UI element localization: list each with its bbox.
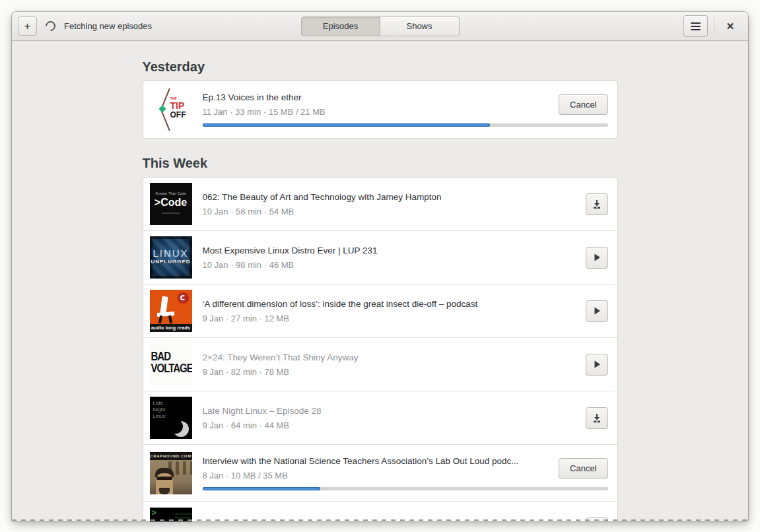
episode-row[interactable]: BADVOLTAGE 2×24: They Weren’t That Shiny… bbox=[143, 338, 617, 391]
episode-list: Greater Than Code>Code 062: The Beauty o… bbox=[143, 177, 618, 521]
chair-leg bbox=[168, 316, 172, 324]
add-podcast-button[interactable]: + bbox=[18, 17, 37, 36]
show-artwork-craphound: CRAPHOUND.COM bbox=[150, 452, 192, 494]
episode-row[interactable]: >JB Bot or Not bbox=[143, 502, 617, 521]
desktop: { "icons": { "plus": "+", "close": "✕" }… bbox=[0, 0, 760, 532]
headerbar-left: + Fetching new episodes bbox=[12, 17, 152, 36]
header-separator bbox=[714, 18, 714, 34]
bv-line: VOLTAGE bbox=[151, 362, 192, 374]
gtc-caption: Greater Than Code bbox=[150, 191, 192, 195]
bad-voltage-text: BADVOLTAGE bbox=[151, 350, 192, 374]
play-button[interactable] bbox=[586, 247, 608, 269]
episode-texts: Ep.13 Voices in the ether 11 Jan · 33 mi… bbox=[203, 92, 551, 117]
episode-row[interactable]: audio long reads ‘A different dimension … bbox=[143, 284, 617, 338]
episode-texts: 062: The Beauty of Art and Technology wi… bbox=[203, 192, 578, 216]
episode-title: 2×24: They Weren’t That Shiny Anyway bbox=[203, 352, 578, 362]
episode-body: Most Expensive Linux Distro Ever | LUP 2… bbox=[203, 246, 608, 270]
view-switcher: Episodes Shows bbox=[301, 17, 460, 36]
episode-row[interactable]: LINUXUNPLUGGED Most Expensive Linux Dist… bbox=[143, 231, 617, 284]
cancel-download-button[interactable]: Cancel bbox=[559, 458, 607, 479]
close-window-button[interactable]: ✕ bbox=[720, 17, 740, 36]
download-button[interactable] bbox=[586, 193, 608, 215]
person-beard bbox=[159, 488, 170, 494]
download-icon bbox=[592, 199, 602, 209]
tipoff-diamond bbox=[158, 105, 166, 112]
download-progress-fill bbox=[203, 487, 320, 490]
headerbar: + Fetching new episodes Episodes Shows ✕ bbox=[12, 12, 748, 41]
play-icon bbox=[592, 359, 602, 370]
show-artwork-alr: audio long reads bbox=[150, 290, 192, 332]
section-title: This Week bbox=[143, 156, 618, 171]
episode-toprow: Interview with the National Science Teac… bbox=[203, 456, 608, 481]
play-button[interactable] bbox=[586, 354, 608, 376]
show-artwork-bv: BADVOLTAGE bbox=[150, 343, 192, 385]
episode-list-area: Yesterday THETIPOFF Ep.13 Voices in the … bbox=[143, 41, 618, 521]
play-button[interactable] bbox=[586, 300, 608, 322]
loading-spinner-icon bbox=[44, 19, 57, 33]
headerbar-right: ✕ bbox=[683, 15, 748, 37]
show-artwork-lup: LINUXUNPLUGGED bbox=[150, 236, 192, 279]
episode-row[interactable]: THETIPOFF Ep.13 Voices in the ether 11 J… bbox=[143, 81, 617, 138]
episode-body: 062: The Beauty of Art and Technology wi… bbox=[203, 192, 608, 216]
crescent-moon-mask bbox=[168, 419, 183, 434]
alr-banner-text: audio long reads bbox=[150, 324, 192, 332]
play-icon bbox=[592, 306, 602, 316]
scroll-undershoot-indicator bbox=[12, 519, 748, 521]
gtc-logo-text: >Code bbox=[150, 197, 192, 209]
episode-title: Interview with the National Science Teac… bbox=[203, 456, 551, 466]
episode-meta: 10 Jan · 98 min · 46 MB bbox=[203, 260, 578, 270]
lnl-line: Night bbox=[153, 407, 166, 413]
episode-meta: 10 Jan · 58 min · 54 MB bbox=[203, 207, 578, 216]
gtc-subline bbox=[162, 213, 180, 214]
episode-toprow: ‘A different dimension of loss’: inside … bbox=[203, 299, 608, 323]
episode-toprow: 062: The Beauty of Art and Technology wi… bbox=[203, 192, 608, 216]
episode-texts: ‘A different dimension of loss’: inside … bbox=[203, 299, 578, 323]
show-artwork-tipoff: THETIPOFF bbox=[150, 88, 192, 131]
episode-texts: Interview with the National Science Teac… bbox=[203, 456, 551, 481]
person-glasses bbox=[156, 477, 172, 480]
section-title: Yesterday bbox=[143, 59, 618, 75]
lnl-line: Late bbox=[153, 400, 166, 407]
episode-row[interactable]: LateNightLinux Late Night Linux – Episod… bbox=[143, 391, 617, 445]
tab-episodes[interactable]: Episodes bbox=[301, 17, 380, 36]
tab-shows[interactable]: Shows bbox=[380, 17, 460, 36]
episode-texts: Most Expensive Linux Distro Ever | LUP 2… bbox=[203, 246, 578, 270]
episode-texts: Late Night Linux – Episode 28 9 Jan · 64… bbox=[203, 406, 578, 430]
episode-texts: 2×24: They Weren’t That Shiny Anyway 9 J… bbox=[203, 352, 578, 377]
episode-meta: 9 Jan · 27 min · 12 MB bbox=[203, 314, 578, 323]
download-button[interactable] bbox=[586, 407, 608, 429]
episode-section: Yesterday THETIPOFF Ep.13 Voices in the … bbox=[143, 59, 618, 139]
close-icon: ✕ bbox=[726, 20, 735, 32]
status-text: Fetching new episodes bbox=[64, 21, 152, 31]
guardian-arc bbox=[180, 295, 186, 300]
tipoff-tip: TIP bbox=[170, 101, 186, 110]
episode-list: THETIPOFF Ep.13 Voices in the ether 11 J… bbox=[143, 81, 618, 139]
menu-button[interactable] bbox=[683, 15, 708, 37]
episode-meta: 9 Jan · 82 min · 78 MB bbox=[203, 367, 578, 377]
play-icon bbox=[592, 252, 602, 263]
lup-linux-text: LINUX bbox=[150, 248, 192, 259]
jb-prompt: > bbox=[152, 508, 156, 517]
episode-title: Late Night Linux – Episode 28 bbox=[203, 406, 578, 416]
episode-toprow: 2×24: They Weren’t That Shiny Anyway 9 J… bbox=[203, 352, 608, 377]
show-artwork-lnl: LateNightLinux bbox=[150, 397, 192, 439]
episode-toprow: Ep.13 Voices in the ether 11 Jan · 33 mi… bbox=[203, 92, 608, 117]
episode-toprow: Late Night Linux – Episode 28 9 Jan · 64… bbox=[203, 406, 608, 430]
episode-title: Most Expensive Linux Distro Ever | LUP 2… bbox=[203, 246, 578, 255]
app-window: + Fetching new episodes Episodes Shows ✕… bbox=[12, 12, 748, 521]
episode-body: Interview with the National Science Teac… bbox=[203, 456, 608, 490]
show-artwork-gtc: Greater Than Code>Code bbox=[150, 183, 192, 225]
tipoff-text: THETIPOFF bbox=[170, 97, 186, 119]
lup-unplugged-text: UNPLUGGED bbox=[150, 259, 192, 265]
lnl-text: LateNightLinux bbox=[153, 400, 166, 420]
tipoff-line bbox=[160, 110, 171, 131]
episode-body: Ep.13 Voices in the ether 11 Jan · 33 mi… bbox=[203, 92, 608, 127]
download-progress-fill bbox=[203, 123, 491, 127]
episode-title: Bot or Not bbox=[203, 521, 578, 522]
hamburger-icon bbox=[691, 20, 701, 32]
scrolled-content[interactable]: Yesterday THETIPOFF Ep.13 Voices in the … bbox=[12, 41, 748, 521]
cancel-download-button[interactable]: Cancel bbox=[559, 94, 607, 115]
episode-row[interactable]: CRAPHOUND.COM Interview with the Nationa… bbox=[143, 445, 617, 502]
episode-title: ‘A different dimension of loss’: inside … bbox=[203, 299, 578, 309]
episode-row[interactable]: Greater Than Code>Code 062: The Beauty o… bbox=[143, 178, 617, 231]
